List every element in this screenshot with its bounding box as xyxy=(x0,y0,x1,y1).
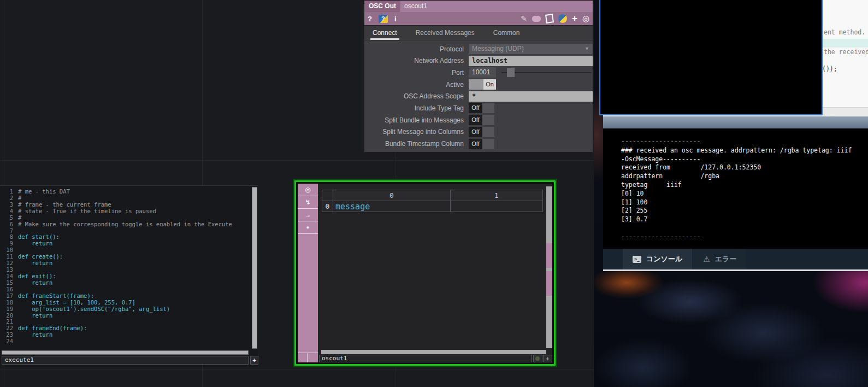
protocol-dropdown[interactable]: Messaging (UDP)▼ xyxy=(469,44,593,54)
status-dot xyxy=(535,356,540,361)
code-text: # frame - the current frame xyxy=(18,202,111,208)
toggle-state-label[interactable]: On xyxy=(483,79,496,90)
toggle-knob[interactable] xyxy=(482,103,494,113)
operator-name-field[interactable]: oscout1 xyxy=(400,1,593,12)
line-number: 2 xyxy=(0,195,18,202)
table-row[interactable]: 0message xyxy=(322,201,543,212)
number-field[interactable]: 10001 xyxy=(469,67,496,78)
add-parameter-page-icon[interactable]: + xyxy=(572,13,577,24)
text-field[interactable]: * xyxy=(469,91,593,102)
code-line: 16 xyxy=(0,286,249,293)
copy-parameters-icon[interactable] xyxy=(546,14,553,23)
code-text: # state - True if the timeline is paused xyxy=(18,208,156,215)
desktop-right-region: ent method. the received ()); ----------… xyxy=(594,0,868,387)
scrollbar-pink-segment[interactable] xyxy=(546,243,552,268)
scrollbar-pink-segment[interactable] xyxy=(546,271,552,296)
table-cell[interactable] xyxy=(451,201,543,212)
toggle-state-label[interactable]: Off xyxy=(469,115,482,125)
editor-horizontal-scrollbar[interactable] xyxy=(2,350,249,355)
edit-pencil-icon[interactable]: ✎ xyxy=(521,14,527,23)
dialog-titlebar[interactable]: OSC Out oscout1 xyxy=(364,1,593,12)
toolbar-cell-separator xyxy=(307,353,308,362)
editor-op-name-field[interactable]: execute1 xyxy=(2,356,249,365)
code-text: return xyxy=(18,313,52,319)
processing-sketch-output-window[interactable] xyxy=(599,0,823,115)
code-line: 19 op('oscout1').sendOSC("/rgba", arg_li… xyxy=(0,306,249,313)
param-label: Bundle Timestamp Column xyxy=(364,140,469,148)
python-help-icon[interactable]: ? xyxy=(379,15,388,23)
code-text: return xyxy=(18,241,52,247)
code-line: 17def frameStart(frame): xyxy=(0,293,249,300)
editor-vertical-scrollbar[interactable] xyxy=(252,187,257,349)
toggle-knob[interactable] xyxy=(482,115,494,125)
tab-console[interactable]: >_コンソール xyxy=(623,249,692,269)
python-expressions-icon[interactable] xyxy=(558,14,567,23)
value-slider[interactable] xyxy=(501,67,593,78)
table-cell[interactable]: message xyxy=(333,201,451,212)
console-output: --------------------- ### received an os… xyxy=(621,138,852,242)
code-line: 18 arg_list = [10, 100, 255, 0.7] xyxy=(0,300,249,306)
python-code-lines[interactable]: 1# me - this DAT2#3# frame - the current… xyxy=(0,189,249,349)
param-value: Off xyxy=(469,103,593,113)
viewer-horizontal-scrollbar[interactable] xyxy=(321,350,546,354)
slider-handle[interactable] xyxy=(507,68,515,77)
param-label: Include Type Tag xyxy=(364,104,469,112)
param-row: Port10001 xyxy=(364,67,593,78)
param-label: Network Address xyxy=(364,57,469,64)
viewer-drop-icon[interactable]: ● xyxy=(298,221,318,234)
info-icon[interactable]: i xyxy=(394,15,397,23)
viewer-name-bar: oscout1 + xyxy=(319,355,552,362)
parameter-tabs: ConnectReceived MessagesCommon xyxy=(364,26,593,40)
toggle-track[interactable] xyxy=(469,79,483,90)
editor-text-fragment: ()); xyxy=(822,65,837,73)
param-row: ProtocolMessaging (UDP)▼ xyxy=(364,44,593,54)
toggle-state-label[interactable]: Off xyxy=(469,103,482,113)
param-row: OSC Address Scope* xyxy=(364,91,593,102)
toggle-state-label[interactable]: Off xyxy=(469,127,482,137)
tab-common[interactable]: Common xyxy=(491,29,522,40)
table-body: 0message xyxy=(322,201,543,212)
viewer-op-name-field[interactable]: oscout1 xyxy=(319,355,532,362)
tab-received-messages[interactable]: Received Messages xyxy=(414,29,477,40)
toggle-state-label[interactable]: Off xyxy=(469,139,482,149)
code-line: 9 return xyxy=(0,241,249,247)
python-logo-shape xyxy=(558,14,567,23)
dat-table[interactable]: 0 1 0message xyxy=(322,190,543,212)
line-number: 7 xyxy=(0,228,18,234)
text-field[interactable]: localhost xyxy=(469,56,593,66)
line-number: 24 xyxy=(0,338,18,345)
code-text: def frameStart(frame): xyxy=(18,293,94,300)
toggle-knob[interactable] xyxy=(482,127,494,137)
editor-console-divider[interactable] xyxy=(603,116,868,128)
param-value: Messaging (UDP)▼ xyxy=(469,44,593,54)
viewer-status-dot-button[interactable] xyxy=(533,355,542,362)
param-label: OSC Address Scope xyxy=(364,92,469,100)
column-header-0[interactable]: 0 xyxy=(333,190,451,201)
help-icon[interactable]: ? xyxy=(368,15,372,23)
tab-connect[interactable]: Connect xyxy=(370,29,399,40)
viewer-lightning-icon[interactable]: ↯ xyxy=(298,196,318,209)
parameter-dialog-oscout: OSC Out oscout1 ? ? i ✎ + ◎ ConnectRecei… xyxy=(361,0,593,152)
chevron-down-icon: ▼ xyxy=(584,44,589,54)
dat-table-viewer: ◎ ↯ → ● 0 1 0message xyxy=(298,184,552,362)
param-value: 10001 xyxy=(469,67,593,78)
oscout1-node-viewer-selected[interactable]: ◎ ↯ → ● 0 1 0message xyxy=(293,179,557,367)
code-text: # me - this DAT xyxy=(18,189,70,195)
comment-bubble-icon[interactable] xyxy=(532,16,541,22)
dat-text-editor-pane[interactable]: 1# me - this DAT2#3# frame - the current… xyxy=(0,185,258,364)
code-line: 12 return xyxy=(0,260,249,267)
viewer-vertical-scrollbar[interactable] xyxy=(546,186,552,348)
row-header[interactable]: 0 xyxy=(322,201,333,212)
tab-errors[interactable]: ⚠エラー xyxy=(693,249,746,269)
viewer-record-icon[interactable]: ◎ xyxy=(298,184,318,196)
viewer-arrow-icon[interactable]: → xyxy=(298,209,318,221)
column-header-1[interactable]: 1 xyxy=(451,190,543,201)
bullseye-icon[interactable]: ◎ xyxy=(582,14,589,24)
operator-type-label: OSC Out xyxy=(364,1,400,12)
toggle-knob[interactable] xyxy=(482,139,494,149)
editor-add-button[interactable]: + xyxy=(250,356,258,365)
line-number: 18 xyxy=(0,300,18,306)
line-number: 8 xyxy=(0,234,18,241)
viewer-add-button[interactable]: + xyxy=(543,355,552,362)
processing-console[interactable]: --------------------- ### received an os… xyxy=(603,128,868,249)
